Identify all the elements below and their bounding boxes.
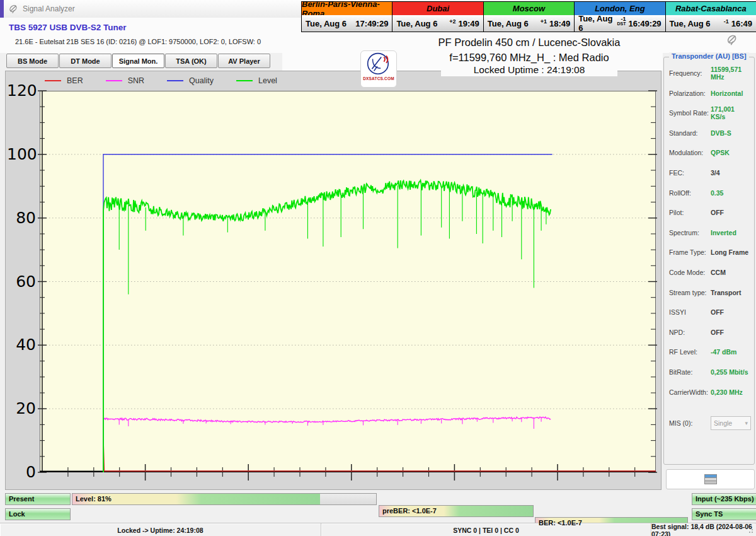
clock-city: London, Eng: [575, 2, 665, 15]
ytick-80: 80: [7, 210, 36, 226]
mis-select[interactable]: Single▾: [711, 416, 751, 430]
row-rf-level: RF Level:-47 dBm: [669, 346, 751, 358]
clock-dubai: Dubai Tue, Aug 6 +2 19:49: [392, 2, 483, 32]
row-carrierwidth: CarrierWidth:0,230 MHz: [669, 387, 751, 398]
row-mis: MIS (0): Single▾: [669, 416, 751, 430]
clock-time: 18:49: [549, 19, 570, 28]
tab-av-player[interactable]: AV Player: [218, 54, 270, 68]
clock-date: Tue, Aug 6: [396, 19, 449, 28]
row-polarization: Polarization:Horizontal: [669, 88, 751, 99]
clock-city: Dubai: [392, 2, 483, 15]
legend-snr-swatch: [106, 80, 122, 82]
legend-snr: SNR: [106, 76, 144, 85]
satellite-dish-icon-small: [724, 33, 743, 48]
legend-quality-swatch: [167, 80, 183, 82]
world-clocks: Berlin-Paris-Vienna-Roma Tue, Aug 6 17:4…: [301, 1, 756, 32]
window-accent-strip: [0, 0, 4, 18]
legend-level: Level: [236, 76, 277, 85]
chart-plot-area: [40, 91, 656, 472]
clock-date: Tue, Aug 6: [670, 19, 724, 28]
row-modulation: Modulation:QPSK: [669, 147, 751, 158]
clock-time: 16:49: [731, 19, 752, 28]
tab-tsa[interactable]: TSA (OK): [165, 54, 217, 68]
ytick-120: 120: [7, 83, 36, 99]
row-symbol-rate: Symbol Rate:171,001 KS/s: [669, 107, 751, 119]
dxsatcs-logo: DXSATCS.COM: [360, 50, 397, 88]
clock-date: Tue, Aug 6: [488, 19, 541, 28]
chevron-down-icon: ▾: [745, 420, 748, 426]
ber-meter: BER: <1.0E-7: [535, 517, 688, 529]
ytick-60: 60: [7, 274, 36, 290]
level-meter: Level: 81%: [72, 493, 377, 505]
clock-city: Berlin-Paris-Vienna-Roma: [302, 2, 392, 15]
clock-city: Rabat-Casablanca: [666, 2, 756, 15]
ytick-20: 20: [7, 400, 36, 417]
clock-time: 17:49:29: [355, 19, 388, 28]
lock-badge: Lock: [5, 508, 71, 520]
stream-list-button[interactable]: [666, 469, 755, 489]
legend-ber-swatch: [45, 80, 61, 82]
tab-signal-mon[interactable]: Signal Mon.: [112, 54, 164, 68]
chart-series-svg: [40, 91, 656, 472]
preber-meter: preBER: <1.0E-7: [379, 505, 534, 517]
transponder-panel: Transponder (AU) [BS] Frequency:11599,57…: [663, 57, 755, 465]
row-fec: FEC:3/4: [669, 167, 751, 178]
resize-grip[interactable]: [748, 527, 755, 533]
frequency-title: f=11599,760 MHz_H_ : Med Radio: [403, 52, 655, 64]
status-locked-uptime: Locked -> Uptime: 24:19:08: [0, 523, 321, 536]
row-pilot: Pilot:OFF: [669, 207, 751, 218]
window-title: Signal Analyzer: [23, 4, 75, 13]
chart-legend: BER SNR Quality Level: [45, 75, 277, 86]
row-rolloff: RollOff:0.35: [669, 187, 751, 199]
ytick-0: 0: [7, 464, 36, 481]
tab-dt-mode[interactable]: DT Mode: [59, 54, 112, 68]
clock-london: London, Eng Tue, Aug 6 -1DST 16:49:29: [575, 2, 665, 32]
present-badge: Present: [5, 493, 71, 505]
row-stream-type: Stream type:Transport: [669, 287, 751, 298]
row-npd: NPD:OFF: [669, 327, 751, 338]
mis-label: MIS (0):: [669, 419, 711, 427]
locked-uptime-title: Locked Uptime : 24:19:08: [441, 64, 617, 76]
tab-bs-mode[interactable]: BS Mode: [6, 54, 59, 68]
signal-chart-panel: BER SNR Quality Level 120 100 80 60 40 2…: [5, 71, 662, 490]
clock-date: Tue, Aug 6: [306, 19, 353, 28]
clock-berlin: Berlin-Paris-Vienna-Roma Tue, Aug 6 17:4…: [302, 2, 392, 32]
row-frame-type: Frame Type:Long Frame: [669, 247, 751, 258]
stream-list-icon: [704, 474, 717, 484]
clock-rabat: Rabat-Casablanca Tue, Aug 6 -1 16:49: [666, 2, 756, 32]
dxsatcs-logo-text: DXSATCS.COM: [363, 76, 394, 81]
clock-utc-offset: +1: [541, 19, 547, 24]
row-spectrum: Spectrum:Inverted: [669, 227, 751, 238]
transponder-panel-title: Transponder (AU) [BS]: [669, 52, 749, 60]
clock-utc-offset: -1DST: [617, 16, 626, 26]
row-frequency: Frequency:11599,571 MHz: [669, 67, 751, 79]
tuner-details: 21.6E - Eutelsat 21B SES 16 (ID: 0216) @…: [15, 38, 261, 45]
clock-utc-offset: -1: [724, 19, 729, 24]
legend-quality: Quality: [167, 76, 214, 85]
clock-date: Tue, Aug 6: [578, 14, 617, 33]
clock-city: Moscow: [484, 2, 574, 15]
clock-time: 19:49: [459, 19, 479, 28]
clock-time: 16:49:29: [629, 19, 662, 28]
transponder-rows: Frequency:11599,571 MHz Polarization:Hor…: [669, 67, 751, 430]
satellite-dish-icon: [8, 3, 20, 15]
antenna-location-title: PF Prodelin 450 cm / Lucenec-Slovakia: [403, 37, 655, 49]
sync-ts-badge: Sync TS: [692, 508, 756, 520]
ytick-40: 40: [7, 337, 36, 353]
mode-tabs: BS Mode DT Mode Signal Mon. TSA (OK) AV …: [6, 54, 271, 68]
input-rate-badge: Input (~235 Kbps): [692, 493, 756, 505]
dxsatcs-dish-graphic: [365, 51, 392, 78]
clock-utc-offset: +2: [449, 19, 455, 24]
tuner-name: TBS 5927 USB DVB-S2 Tuner: [9, 23, 127, 32]
clock-moscow: Moscow Tue, Aug 6 +1 18:49: [484, 2, 574, 32]
row-standard: Standard:DVB-S: [669, 127, 751, 139]
ytick-100: 100: [7, 146, 36, 163]
legend-ber: BER: [45, 76, 83, 85]
legend-level-swatch: [236, 80, 253, 82]
row-issyi: ISSYIOFF: [669, 306, 751, 318]
row-bitrate: BitRate:0,255 Mbit/s: [669, 366, 751, 378]
row-code-mode: Code Mode:CCM: [669, 267, 751, 278]
